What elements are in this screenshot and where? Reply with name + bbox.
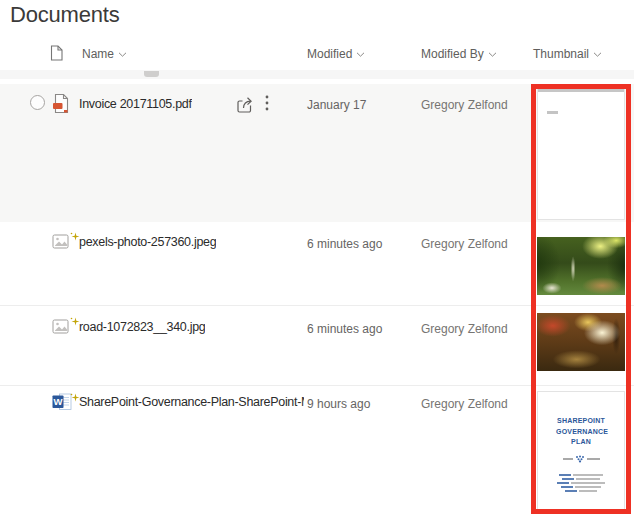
modified-by-cell: Gregory Zelfond bbox=[421, 237, 508, 251]
thumbnail-invoice-pdf[interactable] bbox=[537, 88, 625, 220]
modified-by-cell: Gregory Zelfond bbox=[421, 322, 508, 336]
column-header-name[interactable]: Name bbox=[82, 47, 127, 61]
modified-cell: 6 minutes ago bbox=[307, 237, 382, 251]
file-name-link[interactable]: Invoice 20171105.pdf bbox=[79, 97, 192, 111]
column-header-modified[interactable]: Modified bbox=[307, 47, 365, 61]
file-type-column-icon[interactable] bbox=[50, 45, 63, 64]
file-name-link[interactable]: road-1072823__340.jpg bbox=[79, 320, 205, 334]
word-file-icon: W bbox=[52, 393, 72, 415]
modified-cell: 6 minutes ago bbox=[307, 322, 382, 336]
file-row-governance-plan[interactable]: W SharePoint-Governance-Plan-SharePoint-… bbox=[0, 385, 634, 517]
doc-preview-title: SHAREPOINT GOVERNANCE PLAN bbox=[538, 416, 624, 448]
metadata-line bbox=[559, 474, 603, 476]
column-label: Name bbox=[82, 47, 114, 61]
share-icon[interactable] bbox=[233, 94, 257, 119]
thumbnail-governance-doc[interactable]: SHAREPOINT GOVERNANCE PLAN bbox=[537, 391, 625, 513]
partial-row-above[interactable] bbox=[0, 70, 634, 79]
doc-preview-logo bbox=[538, 455, 624, 463]
metadata-line bbox=[557, 482, 605, 484]
modified-by-cell: Gregory Zelfond bbox=[421, 98, 508, 112]
chevron-down-icon bbox=[593, 52, 602, 57]
chevron-down-icon bbox=[356, 52, 365, 57]
ellipsis-icon[interactable] bbox=[263, 93, 271, 116]
file-name-link[interactable]: SharePoint-Governance-Plan-SharePoint-M.… bbox=[79, 395, 304, 409]
pdf-page-text-smudge bbox=[547, 111, 558, 114]
column-label: Thumbnail bbox=[533, 47, 589, 61]
file-row-pexels-photo[interactable]: pexels-photo-257360.jpeg 6 minutes ago G… bbox=[0, 222, 634, 305]
pdf-file-icon bbox=[52, 93, 70, 118]
thumbnail-forest-photo[interactable] bbox=[537, 237, 625, 295]
column-header-row: Name Modified Modified By Thumbnail bbox=[0, 40, 634, 68]
row-select-circle[interactable] bbox=[30, 95, 45, 110]
svg-text:W: W bbox=[54, 396, 63, 407]
pdf-page-edge bbox=[538, 89, 624, 92]
metadata-line bbox=[565, 490, 597, 492]
metadata-line bbox=[562, 478, 600, 480]
chevron-down-icon bbox=[488, 52, 497, 57]
column-label: Modified bbox=[307, 47, 352, 61]
modified-cell: January 17 bbox=[307, 98, 366, 112]
thumbnail-road-photo[interactable] bbox=[537, 313, 625, 371]
logo-dots-icon bbox=[575, 455, 585, 463]
sharepoint-documents-library: Documents Name Modified Modified By Thum… bbox=[0, 0, 634, 517]
doc-preview-metadata bbox=[538, 474, 624, 492]
column-label: Modified By bbox=[421, 47, 484, 61]
file-row-road-photo[interactable]: road-1072823__340.jpg 6 minutes ago Greg… bbox=[0, 305, 634, 385]
image-file-icon bbox=[52, 318, 69, 339]
file-row-invoice-pdf[interactable]: Invoice 20171105.pdf January 17 Gregory … bbox=[0, 84, 634, 222]
chevron-down-icon bbox=[118, 52, 127, 57]
file-name-link[interactable]: pexels-photo-257360.jpeg bbox=[79, 235, 216, 249]
column-header-thumbnail[interactable]: Thumbnail bbox=[533, 47, 602, 61]
image-file-icon bbox=[52, 233, 69, 254]
metadata-line bbox=[561, 486, 601, 488]
document-icon bbox=[50, 45, 63, 61]
page-title: Documents bbox=[10, 2, 119, 28]
column-header-modified-by[interactable]: Modified By bbox=[421, 47, 497, 61]
modified-by-cell: Gregory Zelfond bbox=[421, 397, 508, 411]
modified-cell: 9 hours ago bbox=[307, 397, 370, 411]
partial-file-icon bbox=[144, 71, 159, 77]
